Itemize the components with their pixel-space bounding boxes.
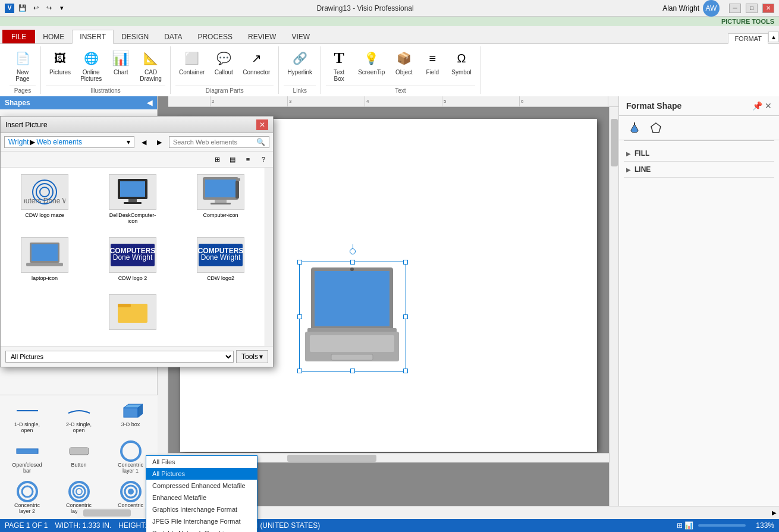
tab-format[interactable]: FORMAT <box>728 33 768 44</box>
format-section-fill: ▶ FILL <box>624 146 774 162</box>
qat-more[interactable]: ▾ <box>56 2 68 14</box>
format-shape-icon-btn[interactable] <box>648 119 664 136</box>
dialog-view-large-icon[interactable]: ⊞ <box>210 153 224 166</box>
cad-drawing-button[interactable]: 📐 CADDrawing <box>136 46 165 84</box>
field-button[interactable]: ≡ Field <box>419 46 445 78</box>
textbox-button[interactable]: T TextBox <box>326 46 352 84</box>
shape-open-closed-bar[interactable]: Open/closedbar <box>2 438 52 476</box>
file-item[interactable]: COMPUTERS Done Wright CDW logo 2 <box>91 233 174 285</box>
connector-button[interactable]: ↗ Connector <box>239 46 274 78</box>
file-type-select[interactable]: All Pictures All Files Compressed Enhanc… <box>5 351 234 363</box>
screentip-label: ScreenTip <box>358 69 385 75</box>
selected-shape[interactable] <box>299 262 406 372</box>
dialog-view-medium-icon[interactable]: ▤ <box>225 153 240 166</box>
tab-design[interactable]: DESIGN <box>114 30 156 43</box>
zoom-slider[interactable] <box>698 524 746 527</box>
handle-br[interactable] <box>403 369 408 373</box>
shape-2d-open[interactable]: 2-D single,open <box>54 398 103 436</box>
format-toolbar <box>619 116 779 140</box>
dropdown-item-em[interactable]: Enhanced Metafile <box>146 492 257 503</box>
path-part-1[interactable]: Wright <box>8 138 29 146</box>
dialog-scrollbar[interactable] <box>265 168 273 346</box>
symbol-button[interactable]: Ω Symbol <box>448 46 475 78</box>
close-button[interactable]: ✕ <box>762 4 774 13</box>
tab-view[interactable]: VIEW <box>284 30 318 43</box>
handle-tr[interactable] <box>403 260 408 265</box>
path-dropdown-icon[interactable]: ▾ <box>127 138 130 146</box>
shape-3d-box[interactable]: 3-D box <box>106 398 155 436</box>
dialog-search-input[interactable] <box>173 138 256 146</box>
format-section-fill-header[interactable]: ▶ FILL <box>624 146 774 161</box>
dialog-filter-container: All Pictures All Files Compressed Enhanc… <box>5 351 234 363</box>
shape-concentric-3[interactable]: Concentriclayer 3 <box>54 479 103 506</box>
format-pin-button[interactable]: 📌 <box>752 101 762 111</box>
qat-redo[interactable]: ↪ <box>43 2 55 14</box>
shapes-collapse-icon[interactable]: ◀ <box>147 99 152 107</box>
pictures-button[interactable]: 🖼 Pictures <box>46 46 74 78</box>
chart-button[interactable]: 📊 Chart <box>108 46 134 78</box>
dialog-search: 🔍 <box>169 136 269 148</box>
dropdown-item-gif[interactable]: Graphics Interchange Format <box>146 503 257 506</box>
shape-button[interactable]: Button <box>54 438 103 476</box>
line-expand-icon: ▶ <box>626 166 631 173</box>
app-icon: V <box>5 4 14 13</box>
file-label-computer: Computer-icon <box>203 212 238 218</box>
zoom-level: 133% <box>750 521 774 530</box>
dropdown-item-all-files[interactable]: All Files <box>146 456 257 468</box>
tab-process[interactable]: PROCESS <box>190 30 240 43</box>
shape-1d-open[interactable]: 1-D single,open <box>2 398 52 436</box>
file-item[interactable]: Computers Done Wright CDW logo maze <box>3 170 86 228</box>
dialog-toolbar: Wright ▶ Web elements ▾ ◀ ▶ 🔍 <box>1 133 273 152</box>
handle-bc[interactable] <box>350 369 355 373</box>
dialog-close-button[interactable]: ✕ <box>256 119 268 130</box>
tab-home[interactable]: HOME <box>35 30 72 43</box>
dialog-view-help-icon[interactable]: ? <box>256 153 271 166</box>
rotate-handle[interactable] <box>350 248 356 254</box>
tools-button[interactable]: Tools ▾ <box>236 350 268 363</box>
tab-insert[interactable]: INSERT <box>72 30 114 44</box>
handle-ml[interactable] <box>297 314 302 319</box>
restore-button[interactable]: □ <box>746 4 758 13</box>
tab-file[interactable]: FILE <box>2 30 35 43</box>
dialog-back-button[interactable]: ◀ <box>137 136 151 149</box>
online-pictures-button[interactable]: 🌐 OnlinePictures <box>77 46 105 84</box>
connector-icon: ↗ <box>247 49 266 68</box>
canvas-vscrollbar[interactable] <box>609 107 618 506</box>
svg-rect-15 <box>32 244 58 261</box>
ribbon-collapse-button[interactable]: ▲ <box>768 32 779 42</box>
selection-border <box>299 262 406 372</box>
file-item[interactable]: Computer-icon <box>179 170 262 228</box>
file-item[interactable] <box>91 290 174 336</box>
handle-tc[interactable] <box>350 260 355 265</box>
dropdown-item-all-pictures[interactable]: All Pictures <box>146 468 257 480</box>
screentip-button[interactable]: 💡 ScreenTip <box>354 46 388 78</box>
tab-review[interactable]: REVIEW <box>240 30 284 43</box>
dialog-forward-button[interactable]: ▶ <box>152 136 167 149</box>
tab-data[interactable]: DATA <box>156 30 190 43</box>
minimize-button[interactable]: ─ <box>729 4 741 13</box>
path-part-2[interactable]: Web elements <box>36 138 81 146</box>
container-button[interactable]: ⬜ Container <box>175 46 208 78</box>
fill-label: FILL <box>634 149 649 158</box>
hyperlink-button[interactable]: 🔗 Hyperlink <box>284 46 316 78</box>
format-close-button[interactable]: ✕ <box>765 101 772 111</box>
callout-button[interactable]: 💬 Callout <box>211 46 237 78</box>
handle-mr[interactable] <box>403 314 408 319</box>
file-item[interactable]: COMPUTERS Done Wright CDW logo2 <box>179 233 262 285</box>
format-fill-icon-btn[interactable] <box>626 119 643 136</box>
handle-tl[interactable] <box>297 260 302 265</box>
field-label: Field <box>426 69 439 75</box>
qat-save[interactable]: 💾 <box>17 2 29 14</box>
object-button[interactable]: 📦 Object <box>391 46 417 78</box>
handle-bl[interactable] <box>297 369 302 373</box>
format-section-line-header[interactable]: ▶ LINE <box>624 162 774 177</box>
new-page-button[interactable]: 📄 NewPage <box>10 46 36 84</box>
dialog-titlebar: Insert Picture ✕ <box>1 117 273 133</box>
file-item[interactable]: DellDeskComputer-icon <box>91 170 174 228</box>
shape-concentric-2[interactable]: Concentriclayer 2 <box>2 479 52 506</box>
hscroll-right[interactable]: ▶ <box>769 506 779 520</box>
qat-undo[interactable]: ↩ <box>30 2 42 14</box>
dialog-view-list-icon[interactable]: ≡ <box>241 153 255 166</box>
dropdown-item-cem[interactable]: Compressed Enhanced Metafile <box>146 480 257 492</box>
file-item[interactable]: laptop-icon <box>3 233 86 285</box>
